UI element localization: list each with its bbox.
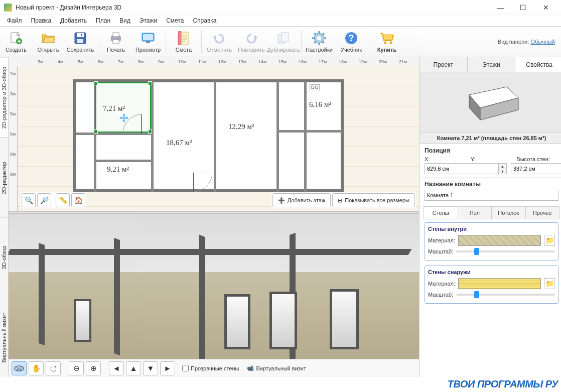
properties-panel: Проект Этажи Свойства Комната 7,21 м² (п… xyxy=(419,57,561,377)
room-name-input[interactable] xyxy=(425,190,558,201)
ruler-vertical: 2м3м5м6м8м9м xyxy=(9,66,18,211)
toolbar-buy[interactable]: Купить xyxy=(371,28,403,56)
subtab-walls[interactable]: Стены xyxy=(424,207,458,219)
menu-add[interactable]: Добавить xyxy=(56,16,91,25)
x-up[interactable]: ▲ xyxy=(499,164,506,169)
menu-plan[interactable]: План xyxy=(91,16,115,25)
scale-outside-slider[interactable] xyxy=(456,294,555,296)
svg-rect-8 xyxy=(113,40,119,44)
menu-floors[interactable]: Этажи xyxy=(135,16,162,25)
toolbar-preview[interactable]: Просмотр xyxy=(132,28,164,56)
panel-type-link[interactable]: Обычный xyxy=(530,39,555,45)
scale-inside-slider[interactable] xyxy=(456,250,555,252)
toolbar-duplicate[interactable]: Дублировать xyxy=(267,28,300,56)
left-tab-2d-3d[interactable]: 2D-редактор и 3D-обзор xyxy=(0,57,8,138)
plan-canvas[interactable]: 7,21 м² 6,16 м² 12,29 м² 18,67 м² 9,21 м… xyxy=(18,66,419,211)
toolbar-tutorial[interactable]: ?Учебник xyxy=(335,28,367,56)
position-label: Позиция xyxy=(425,147,558,154)
tab-floors[interactable]: Этажи xyxy=(468,57,516,72)
ruler-button[interactable]: 📏 xyxy=(56,193,70,207)
toolbar-save[interactable]: Сохранить xyxy=(64,28,96,56)
orbit-button[interactable]: 360 xyxy=(12,361,27,375)
menu-file[interactable]: Файл xyxy=(3,16,27,25)
room-area-1: 7,21 м² xyxy=(103,104,125,113)
tab-properties[interactable]: Свойства xyxy=(515,57,561,72)
window-title: Новый проект - Дизайн Интерьера 3D xyxy=(16,4,489,11)
room-caption: Комната 7,21 м² (площадь стен 26,85 м²) xyxy=(419,133,561,144)
panel-type-label: Вид панели: xyxy=(498,39,529,45)
arrow-left[interactable]: ◄ xyxy=(109,361,124,375)
room-area-3: 12,29 м² xyxy=(228,122,254,131)
svg-rect-11 xyxy=(146,41,150,43)
room-3d-thumbnail xyxy=(419,72,561,133)
menu-bar: Файл Правка Добавить План Вид Этажи Смет… xyxy=(0,15,561,26)
close-button[interactable]: ✕ xyxy=(534,0,557,15)
minimize-button[interactable]: — xyxy=(489,0,512,15)
walls-inside-label: Стены внутри xyxy=(428,226,555,232)
left-tab-virtual[interactable]: Виртуальный визит xyxy=(0,298,8,377)
material-outside-swatch[interactable] xyxy=(458,278,541,289)
left-tab-3d[interactable]: 3D-обзор xyxy=(0,217,8,298)
zoom-out-button[interactable]: 🔍 xyxy=(22,193,36,207)
svg-rect-4 xyxy=(77,39,83,43)
add-floor-button[interactable]: ➕ Добавить этаж xyxy=(272,193,331,207)
svg-text:360: 360 xyxy=(16,367,22,370)
home-button[interactable]: 🏠 xyxy=(71,193,85,207)
ruler-horizontal: 3м4м5м6м7м8м9м10м11м12м13м14м15м16м17м18… xyxy=(9,57,419,66)
svg-rect-15 xyxy=(282,33,289,42)
svg-rect-13 xyxy=(178,31,181,45)
app-icon xyxy=(4,4,12,12)
main-toolbar: Создать Открыть Сохранить Печать Просмот… xyxy=(0,26,561,57)
reset-view-button[interactable]: ⭯ xyxy=(46,361,61,375)
toolbar-redo[interactable]: Повторить xyxy=(235,28,267,56)
svg-point-21 xyxy=(390,42,392,44)
svg-point-17 xyxy=(317,36,321,40)
svg-rect-10 xyxy=(143,34,153,40)
viewport-toolbar: 360 ✋ ⭯ ⊖ ⊕ ◄ ▲ ▼ ► Прозрачные стены 📹 В… xyxy=(9,359,419,377)
svg-rect-7 xyxy=(113,33,119,37)
menu-estimate[interactable]: Смета xyxy=(162,16,188,25)
room-name-label: Название комнаты xyxy=(425,181,558,188)
material-inside-swatch[interactable] xyxy=(458,235,541,246)
maximize-button[interactable]: ☐ xyxy=(512,0,534,15)
room-area-5: 9,21 м² xyxy=(107,165,129,174)
subtab-other[interactable]: Прочее xyxy=(526,207,559,219)
menu-edit[interactable]: Правка xyxy=(27,16,56,25)
floorplan[interactable]: 7,21 м² 6,16 м² 12,29 м² 18,67 м² 9,21 м… xyxy=(73,79,344,192)
arrow-down[interactable]: ▼ xyxy=(143,361,158,375)
3d-viewport[interactable] xyxy=(9,214,419,359)
toolbar-estimate[interactable]: Смета xyxy=(168,28,200,56)
svg-rect-22 xyxy=(384,35,392,40)
watermark: ТВОИ ПРОГРАММЫ РУ xyxy=(448,378,558,390)
virtual-visit-toggle[interactable]: 📹 Виртуальный визит xyxy=(247,365,306,371)
svg-text:?: ? xyxy=(349,33,354,43)
x-down[interactable]: ▼ xyxy=(499,169,506,174)
show-dims-button[interactable]: ⊞ Показывать все размеры xyxy=(332,193,415,207)
zoom-out-3d[interactable]: ⊖ xyxy=(69,361,84,375)
toolbar-undo[interactable]: Отменить xyxy=(203,28,235,56)
toolbar-create[interactable]: Создать xyxy=(0,28,32,56)
subtab-ceiling[interactable]: Потолок xyxy=(492,207,526,219)
toolbar-print[interactable]: Печать xyxy=(100,28,132,56)
subtab-floor[interactable]: Пол xyxy=(458,207,492,219)
svg-rect-3 xyxy=(77,33,84,37)
toolbar-open[interactable]: Открыть xyxy=(32,28,64,56)
material-outside-browse[interactable]: 📁 xyxy=(544,278,555,289)
svg-point-20 xyxy=(384,42,387,44)
y-input[interactable] xyxy=(511,164,561,174)
arrow-right[interactable]: ► xyxy=(160,361,175,375)
room-area-4: 18,67 м² xyxy=(166,139,192,147)
transparent-walls-checkbox[interactable]: Прозрачные стены xyxy=(182,365,239,371)
zoom-in-3d[interactable]: ⊕ xyxy=(86,361,101,375)
menu-help[interactable]: Справка xyxy=(188,16,221,25)
left-tab-2d[interactable]: 2D-редактор xyxy=(0,138,8,218)
zoom-in-button[interactable]: 🔎 xyxy=(37,193,51,207)
pan-button[interactable]: ✋ xyxy=(29,361,44,375)
toolbar-settings[interactable]: Настройки xyxy=(303,28,335,56)
tab-project[interactable]: Проект xyxy=(419,57,468,72)
arrow-up[interactable]: ▲ xyxy=(126,361,141,375)
material-inside-browse[interactable]: 📁 xyxy=(544,235,555,246)
walls-outside-label: Стены снаружи xyxy=(428,269,555,275)
x-input[interactable] xyxy=(425,164,498,174)
menu-view[interactable]: Вид xyxy=(115,16,135,25)
